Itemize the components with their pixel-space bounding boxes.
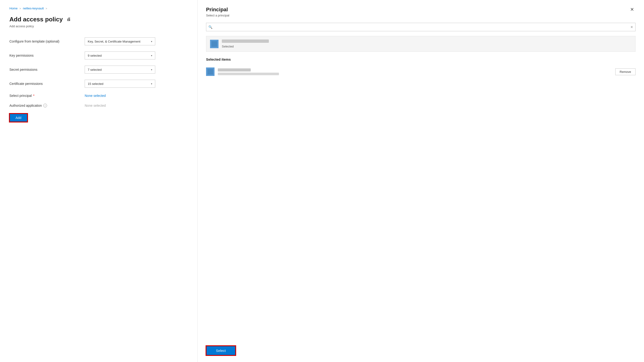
panel-title: Principal (206, 6, 229, 13)
breadcrumb-home[interactable]: Home (10, 6, 18, 10)
template-value: Key, Secret, & Certificate Management (88, 40, 140, 43)
template-row: Configure from template (optional) Key, … (10, 37, 188, 45)
principal-label: Select principal * (10, 94, 85, 97)
page-title: Add access policy 🖨 (10, 16, 188, 23)
principal-row: Select principal * None selected (10, 94, 188, 97)
right-panel: Principal Select a principal ✕ 🔍 ✕ Selec… (198, 0, 644, 362)
template-label: Configure from template (optional) (10, 39, 85, 43)
select-button[interactable]: Select (206, 346, 236, 356)
template-dropdown[interactable]: Key, Secret, & Certificate Management ▾ (85, 37, 155, 45)
secret-permissions-row: Secret permissions 7 selected ▾ (10, 66, 188, 74)
result-name-bar (222, 39, 269, 43)
key-permissions-value: 9 selected (88, 54, 102, 57)
breadcrumb-sep2: > (46, 7, 47, 10)
search-results: Selected (206, 36, 636, 52)
auth-app-value: None selected (85, 104, 106, 107)
search-input[interactable] (206, 23, 636, 31)
selected-avatar-inner (208, 69, 213, 74)
add-row: Add (10, 113, 188, 122)
secret-permissions-chevron: ▾ (151, 68, 152, 71)
key-permissions-row: Key permissions 9 selected ▾ (10, 51, 188, 59)
selected-item-info (218, 68, 612, 75)
selected-items-title: Selected items (206, 57, 636, 61)
secret-permissions-value: 7 selected (88, 68, 102, 71)
panel-subtitle: Select a principal (206, 14, 229, 17)
search-clear-icon[interactable]: ✕ (630, 25, 633, 29)
selected-avatar (206, 67, 214, 76)
remove-button[interactable]: Remove (615, 68, 636, 75)
add-button[interactable]: Add (10, 113, 28, 122)
selected-name-bar (218, 68, 251, 71)
panel-header: Principal Select a principal ✕ (206, 6, 636, 17)
search-container: 🔍 ✕ (206, 23, 636, 31)
cert-permissions-value: 15 selected (88, 82, 104, 85)
left-panel: Home > nellies-keyvault > Add access pol… (0, 0, 198, 362)
cert-permissions-dropdown[interactable]: 15 selected ▾ (85, 80, 155, 88)
info-icon: i (43, 104, 47, 107)
secret-permissions-label: Secret permissions (10, 68, 85, 71)
print-icon[interactable]: 🖨 (66, 17, 71, 22)
cert-permissions-chevron: ▾ (151, 82, 152, 85)
auth-app-label: Authorized application i (10, 104, 85, 107)
key-permissions-chevron: ▾ (151, 54, 152, 57)
cert-permissions-row: Certificate permissions 15 selected ▾ (10, 80, 188, 88)
breadcrumb: Home > nellies-keyvault > (10, 6, 188, 10)
result-item[interactable]: Selected (206, 36, 635, 51)
result-selected-label: Selected (222, 45, 269, 48)
cert-permissions-label: Certificate permissions (10, 82, 85, 85)
selected-sub-bar (218, 73, 279, 75)
key-permissions-label: Key permissions (10, 54, 85, 57)
breadcrumb-keyvault[interactable]: nellies-keyvault (23, 6, 44, 10)
required-star: * (33, 94, 34, 97)
avatar-inner (212, 41, 217, 47)
result-avatar (210, 40, 218, 48)
key-permissions-dropdown[interactable]: 9 selected ▾ (85, 51, 155, 59)
secret-permissions-dropdown[interactable]: 7 selected ▾ (85, 66, 155, 74)
page-subtitle: Add access policy (10, 24, 188, 28)
panel-title-block: Principal Select a principal (206, 6, 229, 17)
auth-app-row: Authorized application i None selected (10, 104, 188, 107)
result-text: Selected (222, 39, 269, 48)
template-chevron: ▾ (151, 40, 152, 43)
close-button[interactable]: ✕ (629, 6, 636, 12)
bottom-bar: Select (206, 341, 636, 356)
principal-value[interactable]: None selected (85, 94, 106, 97)
search-icon: 🔍 (208, 25, 212, 29)
selected-item-row: Remove (206, 65, 636, 78)
breadcrumb-sep1: > (20, 7, 21, 10)
